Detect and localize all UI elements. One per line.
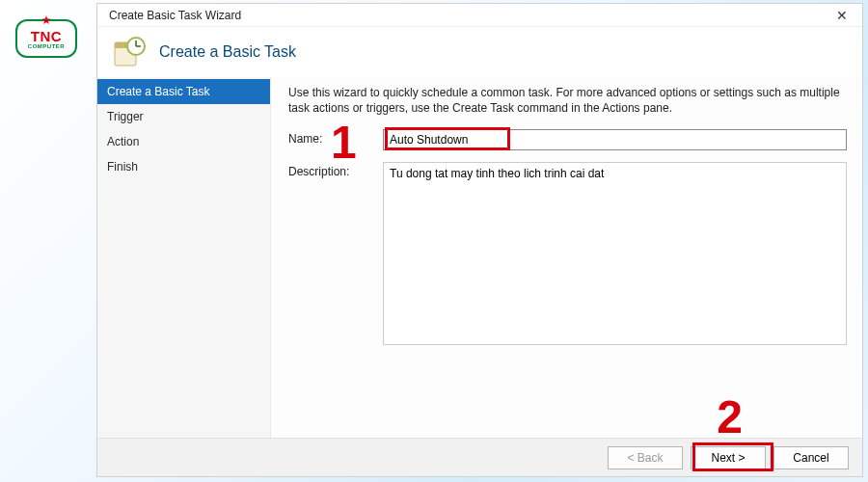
back-button[interactable]: < Back	[608, 446, 683, 469]
cancel-button[interactable]: Cancel	[773, 446, 849, 469]
window-title: Create Basic Task Wizard	[109, 9, 241, 22]
name-label: Name:	[288, 129, 366, 146]
wizard-window: Create Basic Task Wizard ✕ Create a Basi…	[96, 3, 863, 477]
next-button[interactable]: Next >	[691, 446, 766, 469]
tnc-sub-text: COMPUTER	[28, 43, 65, 49]
tnc-logo: TNC COMPUTER	[15, 19, 77, 58]
wizard-body: Create a Basic Task Trigger Action Finis…	[97, 77, 862, 438]
close-icon: ✕	[836, 8, 848, 23]
task-name-input[interactable]	[383, 129, 847, 150]
step-trigger[interactable]: Trigger	[97, 104, 270, 129]
titlebar: Create Basic Task Wizard ✕	[97, 4, 862, 27]
description-row: Description:	[288, 162, 847, 345]
wizard-steps-panel: Create a Basic Task Trigger Action Finis…	[97, 77, 271, 438]
wizard-instructions: Use this wizard to quickly schedule a co…	[288, 85, 847, 116]
page-title: Create a Basic Task	[159, 43, 296, 61]
close-button[interactable]: ✕	[827, 6, 856, 25]
step-action[interactable]: Action	[97, 129, 270, 154]
wizard-main-panel: Use this wizard to quickly schedule a co…	[271, 77, 862, 438]
wizard-button-bar: < Back Next > Cancel	[97, 438, 862, 476]
task-description-input[interactable]	[383, 162, 847, 345]
wizard-header: Create a Basic Task	[97, 27, 862, 77]
step-create-basic-task[interactable]: Create a Basic Task	[97, 79, 270, 104]
tnc-brand-text: TNC	[31, 29, 62, 43]
star-icon	[41, 15, 51, 25]
wizard-clock-icon	[111, 35, 146, 69]
name-row: Name:	[288, 129, 847, 150]
step-finish[interactable]: Finish	[97, 154, 270, 179]
description-label: Description:	[288, 162, 366, 178]
